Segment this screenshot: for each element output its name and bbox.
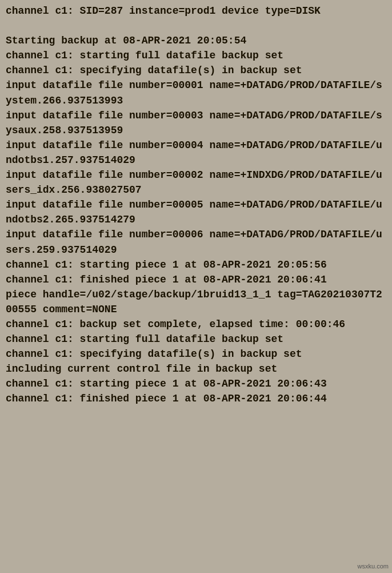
terminal-text: channel c1: SID=287 instance=prod1 devic… bbox=[6, 3, 386, 407]
terminal-window: channel c1: SID=287 instance=prod1 devic… bbox=[0, 0, 392, 573]
watermark: wsxku.com bbox=[358, 562, 389, 571]
